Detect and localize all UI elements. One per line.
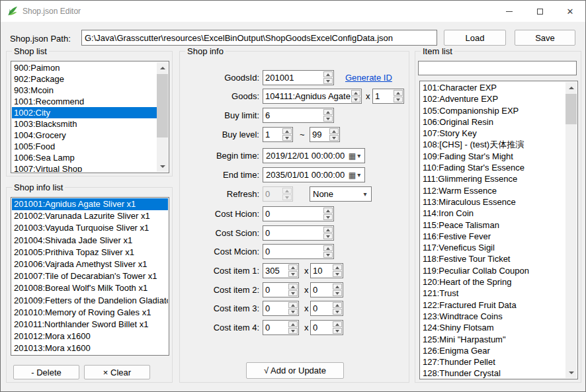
spin-down-button[interactable]: [333, 271, 342, 277]
item-filter-input[interactable]: [418, 61, 577, 75]
delete-button[interactable]: - Delete: [13, 365, 79, 379]
begin-time-picker[interactable]: 2019/12/01 00:00:00 ▦ ▾: [263, 148, 365, 163]
list-item[interactable]: 119:Peculiar Collab Coupon: [421, 265, 565, 276]
list-item[interactable]: 903:Mcoin: [12, 85, 157, 96]
scroll-down-button[interactable]: [157, 161, 168, 172]
list-item[interactable]: 1007:Virtual Shop: [12, 163, 157, 172]
spin-up-button[interactable]: [323, 245, 333, 251]
spin-down-button[interactable]: [333, 328, 342, 334]
spin-down-button[interactable]: [333, 309, 342, 315]
list-item[interactable]: 109:Fading Star's Might: [421, 151, 565, 162]
list-item[interactable]: 201002:Varunada Lazurite Sliver x1: [12, 210, 168, 222]
cost-hcion-spinner[interactable]: [263, 206, 334, 221]
list-item[interactable]: 201007:Tile of Decarabian's Tower x1: [12, 270, 168, 282]
list-item[interactable]: 201012:Mora x1600: [12, 331, 168, 342]
cost-item-3-id-input[interactable]: [263, 301, 288, 315]
list-item[interactable]: 116:Festive Fever: [421, 231, 565, 242]
spin-up-button[interactable]: [351, 90, 360, 96]
list-item[interactable]: 1003:Blacksmith: [12, 118, 157, 130]
list-item[interactable]: 126:Enigma Gear: [421, 345, 565, 356]
scrollbar-thumb[interactable]: [157, 74, 168, 137]
list-item[interactable]: 113:Miraculous Essence: [421, 196, 565, 208]
list-item[interactable]: 201008:Boreal Wolf's Milk Tooth x1: [12, 282, 168, 294]
buy-level-min-input[interactable]: [263, 128, 282, 141]
list-item[interactable]: 111:Glimmering Essence: [421, 173, 565, 184]
cost-hcion-input[interactable]: [263, 207, 323, 221]
cost-item-3-qty-spinner[interactable]: [310, 301, 343, 316]
cost-item-4-qty-input[interactable]: [311, 321, 332, 334]
cost-item-2-id-input[interactable]: [263, 283, 288, 297]
cost-item-2-id-spinner[interactable]: [263, 282, 299, 297]
goods-qty-spinner[interactable]: [372, 89, 404, 104]
spin-down-button[interactable]: [288, 271, 298, 277]
load-button[interactable]: Load: [444, 30, 506, 46]
list-item[interactable]: 107:Story Key: [421, 128, 565, 139]
goodsid-spinner[interactable]: [263, 70, 334, 85]
list-item[interactable]: 900:Paimon: [12, 62, 157, 73]
spin-down-button[interactable]: [288, 290, 298, 296]
spin-down-button[interactable]: [394, 97, 403, 102]
list-item[interactable]: 124:Shiny Flotsam: [421, 322, 565, 333]
spin-up-button[interactable]: [323, 109, 333, 115]
cost-mcion-input[interactable]: [263, 245, 323, 258]
spin-down-button[interactable]: [329, 135, 339, 141]
cost-item-3-id-spinner[interactable]: [263, 301, 299, 316]
spin-down-button[interactable]: [351, 97, 360, 102]
spin-down-button[interactable]: [288, 328, 298, 334]
maximize-button[interactable]: [524, 1, 555, 22]
list-item[interactable]: 201010:Memory of Roving Gales x1: [12, 307, 168, 319]
cost-item-1-id-input[interactable]: [263, 264, 288, 278]
spin-up-button[interactable]: [333, 302, 342, 308]
scroll-down-button[interactable]: [565, 367, 577, 378]
list-item[interactable]: 108:[CHS] - (test)天体推演: [421, 139, 565, 150]
buy-limit-spinner[interactable]: [263, 108, 334, 123]
list-item[interactable]: 201005:Prithiva Topaz Sliver x1: [12, 247, 168, 258]
list-item[interactable]: 125:Mini "Harpastum": [421, 334, 565, 345]
spin-up-button[interactable]: [329, 128, 339, 134]
spin-up-button[interactable]: [333, 264, 342, 270]
list-item[interactable]: 902:Package: [12, 73, 157, 85]
scroll-up-button[interactable]: [157, 62, 168, 73]
end-time-picker[interactable]: 2035/01/01 00:00:00 ▦ ▾: [263, 167, 365, 182]
list-item[interactable]: 201009:Fetters of the Dandelion Gladiato: [12, 295, 168, 307]
buy-level-max-spinner[interactable]: [310, 127, 340, 142]
cost-item-4-id-spinner[interactable]: [263, 320, 299, 335]
goods-qty-input[interactable]: [373, 89, 393, 103]
list-item[interactable]: 105:Companionship EXP: [421, 105, 565, 116]
list-item[interactable]: 201003:Vayuda Turquoise Sliver x1: [12, 222, 168, 234]
goods-spinner[interactable]: [263, 89, 362, 104]
save-button[interactable]: Save: [515, 30, 575, 46]
buy-limit-input[interactable]: [263, 108, 323, 122]
cost-mcion-spinner[interactable]: [263, 244, 334, 259]
list-item[interactable]: 114:Iron Coin: [421, 208, 565, 219]
list-item[interactable]: 1001:Recommend: [12, 96, 157, 107]
cost-item-2-qty-spinner[interactable]: [310, 282, 343, 297]
list-item[interactable]: 122:Fractured Fruit Data: [421, 299, 565, 311]
list-item[interactable]: 201001:Agnidus Agate Sliver x1: [12, 198, 168, 210]
spin-down-button[interactable]: [323, 233, 333, 239]
list-item[interactable]: 1006:Sea Lamp: [12, 152, 157, 163]
cost-item-1-qty-spinner[interactable]: [310, 263, 343, 278]
list-item[interactable]: 127:Thunder Pellet: [421, 356, 565, 368]
cost-item-3-qty-input[interactable]: [311, 301, 332, 315]
list-item[interactable]: 110:Fading Star's Essence: [421, 162, 565, 173]
list-item[interactable]: 102:Adventure EXP: [421, 93, 565, 104]
spin-up-button[interactable]: [323, 227, 333, 233]
cost-scion-input[interactable]: [263, 226, 323, 240]
goods-input[interactable]: [263, 89, 351, 103]
refresh-mode-combobox[interactable]: None ▾: [310, 186, 372, 202]
spin-up-button[interactable]: [323, 71, 333, 77]
list-item[interactable]: 1002:City: [12, 107, 157, 118]
combo-dropdown-button[interactable]: ▾: [359, 187, 371, 201]
list-item[interactable]: 201011:Northlander Sword Billet x1: [12, 319, 168, 331]
list-item[interactable]: 118:Festive Tour Ticket: [421, 253, 565, 264]
cost-item-4-id-input[interactable]: [263, 321, 288, 334]
list-item[interactable]: 101:Character EXP: [421, 82, 565, 93]
spin-up-button[interactable]: [333, 284, 342, 290]
spin-up-button[interactable]: [288, 321, 298, 327]
list-item[interactable]: 123:Windtrace Coins: [421, 311, 565, 322]
goodsid-input[interactable]: [263, 71, 323, 85]
minimize-button[interactable]: [494, 1, 524, 22]
cost-item-1-id-spinner[interactable]: [263, 263, 299, 278]
list-item[interactable]: 201006:Vajrada Amethyst Sliver x1: [12, 258, 168, 270]
